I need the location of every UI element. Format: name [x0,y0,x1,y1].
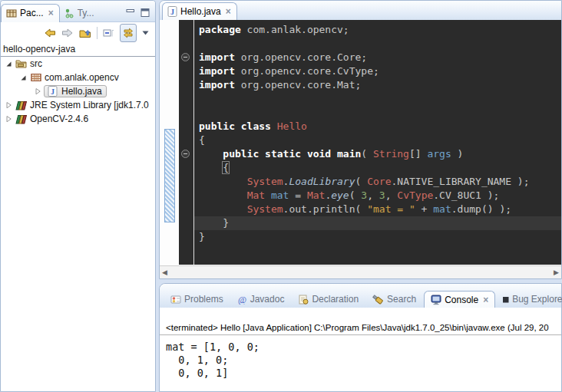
code-token: com.anlak.opencv; [241,24,349,35]
forward-icon [61,28,74,38]
package-explorer-icon [6,8,17,18]
fold-collapse-icon[interactable] [181,150,190,158]
package-explorer-panel: Pac... × Ty... hello-opencv-java [0,0,156,392]
code-line[interactable]: package com.anlak.opencv; [194,23,561,37]
go-into-button[interactable] [79,25,91,41]
code-line[interactable]: public class Hello [194,120,561,133]
tree-item-src[interactable]: src [1,57,155,71]
back-button[interactable] [44,25,56,41]
collapsed-expander-icon[interactable] [2,101,15,109]
tree-item-opencv-2-4-6[interactable]: OpenCV-2.4.6 [1,112,155,126]
code-token: import [199,79,235,91]
tab-console[interactable]: Console× [424,291,495,308]
package-folder-icon [15,59,28,68]
code-token: org.opencv.core.Core; [235,51,367,63]
collapsed-expander-icon[interactable] [31,87,44,95]
tab-label: Ty... [78,8,94,18]
tab-package-explorer[interactable]: Pac... × [1,4,60,22]
code-token: ( [349,189,362,201]
console-output-line: mat = [1, 0, 0; [166,341,561,354]
tab-problems[interactable]: Problems [164,291,230,308]
editor-tab-label: Hello.java [180,6,221,17]
fold-collapse-icon[interactable] [181,53,190,61]
code-line[interactable]: System.LoadLibrary( Core.NATIVE_LIBRARY_… [194,175,561,189]
code-token: 3 [379,189,385,201]
minimize-icon[interactable] [126,8,135,17]
code-line[interactable]: import org.opencv.core.CvType; [194,64,561,78]
close-icon[interactable]: × [483,296,488,304]
code-line[interactable]: public static void main( String[] args ) [194,147,561,161]
code-token: .out.println( [283,203,368,215]
tab-declaration[interactable]: Declaration [292,291,365,308]
console-icon [431,295,441,305]
code-token: public static void main [223,148,361,160]
chevron-down-icon [142,31,149,35]
link-with-editor-button[interactable] [120,24,137,42]
view-window-buttons [126,8,155,21]
editor-horizontal-scrollbar[interactable]: ◀ ▶ [160,265,561,278]
tree-item-jre-system-library-jdk1-7-0[interactable]: JRE System Library [jdk1.7.0 [1,98,155,112]
code-line[interactable]: { [194,133,561,147]
code-token: , [367,189,379,201]
code-line[interactable] [194,92,561,106]
code-line[interactable]: System.out.println( "mat = " + mat.dump(… [194,203,561,216]
problems-icon [170,295,181,305]
code-token: + [415,203,433,215]
view-menu-button[interactable] [142,25,149,41]
bottom-tabbar: Problems@JavadocDeclarationSearchConsole… [160,284,561,308]
code-line[interactable]: } [194,230,561,244]
tree-item-project-root[interactable]: hello-opencv-java [1,43,155,57]
code-line[interactable]: import org.opencv.core.Core; [194,51,561,64]
editor-panel: J Hello.java × package com.anlak.opencv;… [159,0,562,279]
code-token: public class [199,120,277,132]
scroll-left-icon[interactable]: ◀ [162,269,167,276]
tree-item-label: Hello.java [59,86,104,97]
tab-label: Problems [184,294,223,305]
code-token: import [199,51,235,63]
code-token: String [373,148,409,160]
tab-type-hierarchy[interactable]: Ty... [60,5,100,21]
code-line[interactable] [194,106,561,120]
expanded-expander-icon[interactable] [17,74,29,81]
code-token: package [199,24,241,35]
tab-javadoc[interactable]: @Javadoc [231,291,291,308]
expanded-expander-icon[interactable] [2,60,15,68]
code-token: System [247,176,283,187]
code-line[interactable]: { [194,161,561,175]
left-panel-tabbar: Pac... × Ty... [1,1,155,22]
console-content[interactable]: <terminated> Hello [Java Application] C:… [160,308,561,391]
collapsed-expander-icon[interactable] [2,115,15,123]
annotation-ruler[interactable] [160,20,179,265]
close-icon[interactable]: × [226,8,231,15]
forward-button[interactable] [61,25,74,41]
code-editor[interactable]: package com.anlak.opencv;import org.open… [193,20,561,265]
code-line[interactable]: import org.opencv.core.Mat; [194,78,561,92]
tree-item-com-anlak-opencv[interactable]: com.anlak.opencv [1,71,155,84]
code-token: .dump() ); [451,203,511,215]
bug-square-icon [503,296,509,303]
code-line[interactable] [194,37,561,51]
code-token: "mat = " [367,203,415,215]
tree-item-hello-java[interactable]: JHello.java [1,84,155,98]
code-token: import [199,65,235,77]
close-icon[interactable]: × [48,9,54,17]
code-token: , [385,189,398,201]
code-line[interactable]: } [194,216,561,230]
tab-label: Declaration [312,294,359,305]
code-token: Mat [307,189,325,201]
maximize-icon[interactable] [140,8,150,17]
tab-bug-explorer[interactable]: Bug Explorer [497,291,562,308]
collapse-all-button[interactable] [103,25,114,41]
scroll-right-icon[interactable]: ▶ [554,269,559,276]
java-file-icon: J [46,86,59,97]
project-label: hello-opencv-java [3,44,75,54]
code-token: mat [433,203,451,215]
folding-gutter[interactable] [179,20,193,265]
code-token: LoadLibrary [289,176,355,187]
tab-search[interactable]: Search [366,291,422,308]
code-token [199,176,247,187]
tab-label: Pac... [20,8,44,18]
console-output[interactable]: mat = [1, 0, 0; 0, 1, 0; 0, 0, 1] [160,335,561,380]
code-line[interactable]: Mat mat = Mat.eye( 3, 3, CvType.CV_8UC1 … [194,189,561,203]
editor-tab-hello-java[interactable]: J Hello.java × [162,2,237,21]
